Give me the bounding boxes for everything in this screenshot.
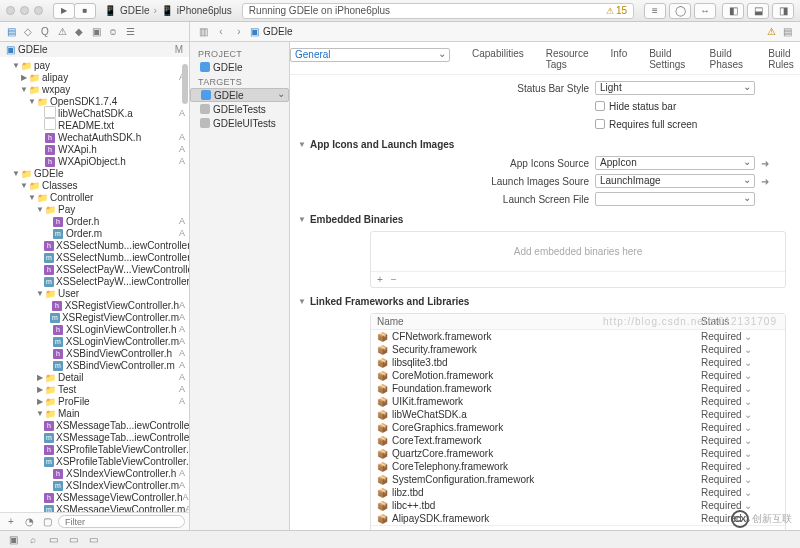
project-item[interactable]: GDEle (190, 60, 289, 74)
tree-item[interactable]: ▼GDEle (0, 167, 189, 179)
tree-item[interactable]: ▶DetailA (0, 371, 189, 383)
tab-general[interactable]: General (290, 48, 450, 62)
tree-item[interactable]: XSMessageTab...iewController.hA (0, 419, 189, 431)
launch-file-select[interactable] (595, 192, 755, 206)
target-item[interactable]: GDEle (190, 88, 289, 102)
section-linked[interactable]: Linked Frameworks and Libraries (290, 290, 800, 311)
symbol-navigator-icon[interactable]: ◇ (21, 25, 35, 39)
tree-item[interactable]: ▶alipayA (0, 71, 189, 83)
tree-item[interactable]: XSIndexViewController.mA (0, 479, 189, 491)
close-icon[interactable] (6, 6, 15, 15)
filter-scm-icon[interactable]: ▢ (40, 515, 54, 529)
tree-item[interactable]: XSIndexViewController.hA (0, 467, 189, 479)
status-bar-select[interactable]: Light (595, 81, 755, 95)
toggle-right-panel-icon[interactable]: ◨ (772, 3, 794, 19)
tree-item[interactable]: WXApi.hA (0, 143, 189, 155)
tree-item[interactable]: ▼Pay (0, 203, 189, 215)
framework-row[interactable]: CoreGraphics.frameworkRequired ⌄ (371, 421, 785, 434)
stop-button[interactable] (74, 3, 96, 19)
project-root[interactable]: ▣GDEle M (0, 42, 189, 57)
framework-row[interactable]: Foundation.frameworkRequired ⌄ (371, 382, 785, 395)
scheme-selector[interactable]: 📱GDEle › 📱iPhone6plus (104, 5, 232, 16)
editor-assistant-icon[interactable]: ◯ (669, 3, 691, 19)
find-navigator-icon[interactable]: Q (38, 25, 52, 39)
tree-item[interactable]: Order.hA (0, 215, 189, 227)
add-file-icon[interactable]: + (4, 515, 18, 529)
framework-row[interactable]: CoreMotion.frameworkRequired ⌄ (371, 369, 785, 382)
tree-item[interactable]: WechatAuthSDK.hA (0, 131, 189, 143)
framework-row[interactable]: QuartzCore.frameworkRequired ⌄ (371, 447, 785, 460)
hide-status-checkbox[interactable] (595, 101, 605, 111)
view-icon-2[interactable]: ▭ (66, 533, 80, 547)
launch-images-refresh-icon[interactable]: ➜ (761, 176, 769, 187)
framework-row[interactable]: SystemConfiguration.frameworkRequired ⌄ (371, 473, 785, 486)
warning-count[interactable]: 15 (606, 5, 627, 16)
tree-item[interactable]: XSSelectPayW...iewController.mA (0, 275, 189, 287)
tree-item[interactable]: ▼OpenSDK1.7.4 (0, 95, 189, 107)
tree-item[interactable]: ▼wxpay (0, 83, 189, 95)
remove-embedded-icon[interactable]: − (391, 274, 397, 285)
minimize-icon[interactable] (20, 6, 29, 15)
tree-item[interactable]: XSSelectNumb...iewController.hA (0, 239, 189, 251)
tree-item[interactable]: XSSelectNumb...iewController.mA (0, 251, 189, 263)
framework-row[interactable]: CFNetwork.frameworkRequired ⌄ (371, 330, 785, 343)
target-item[interactable]: GDEleUITests (190, 116, 289, 130)
tree-item[interactable]: ▼Classes (0, 179, 189, 191)
tree-item[interactable]: ▼pay (0, 59, 189, 71)
tree-item[interactable]: XSBindViewController.hA (0, 347, 189, 359)
framework-row[interactable]: CoreText.frameworkRequired ⌄ (371, 434, 785, 447)
breakpoint-navigator-icon[interactable]: ⎊ (106, 25, 120, 39)
framework-row[interactable]: CoreTelephony.frameworkRequired ⌄ (371, 460, 785, 473)
tree-item[interactable]: ▶ProFileA (0, 395, 189, 407)
tab-build-phases[interactable]: Build Phases (710, 48, 747, 70)
tree-item[interactable]: ▼Controller (0, 191, 189, 203)
related-items-icon[interactable]: ▥ (196, 25, 210, 39)
full-screen-checkbox[interactable] (595, 119, 605, 129)
jump-bar-icon[interactable]: ▤ (780, 25, 794, 39)
debug-navigator-icon[interactable]: ▣ (89, 25, 103, 39)
framework-row[interactable]: AlipaySDK.frameworkRequired ⌄ (371, 512, 785, 525)
filter-icon[interactable]: ⌕ (26, 533, 40, 547)
report-navigator-icon[interactable]: ☰ (123, 25, 137, 39)
section-app-icons[interactable]: App Icons and Launch Images (290, 133, 800, 154)
tab-build-settings[interactable]: Build Settings (649, 48, 687, 70)
tree-item[interactable]: ▼Main (0, 407, 189, 419)
framework-row[interactable]: libc++.tbdRequired ⌄ (371, 499, 785, 512)
tree-item[interactable]: ▶TestA (0, 383, 189, 395)
issue-navigator-icon[interactable]: ⚠ (55, 25, 69, 39)
add-embedded-icon[interactable]: + (377, 274, 383, 285)
framework-row[interactable]: libWeChatSDK.aRequired ⌄ (371, 408, 785, 421)
tree-item[interactable]: README.txt (0, 119, 189, 131)
tree-item[interactable]: XSProfileTableViewController.mA (0, 455, 189, 467)
test-navigator-icon[interactable]: ◆ (72, 25, 86, 39)
tab-info[interactable]: Info (611, 48, 628, 70)
forward-icon[interactable]: › (232, 25, 246, 39)
back-icon[interactable]: ‹ (214, 25, 228, 39)
tab-capabilities[interactable]: Capabilities (472, 48, 524, 70)
tree-item[interactable]: XSMessageViewController.hA (0, 491, 189, 503)
tab-resource-tags[interactable]: Resource Tags (546, 48, 589, 70)
tree-item[interactable]: XSBindViewController.mA (0, 359, 189, 371)
tree-item[interactable]: XSProfileTableViewController.hA (0, 443, 189, 455)
filter-recent-icon[interactable]: ◔ (22, 515, 36, 529)
launch-images-select[interactable]: LaunchImage (595, 174, 755, 188)
editor-warning-icon[interactable]: ⚠ (767, 26, 776, 37)
app-icons-select[interactable]: AppIcon (595, 156, 755, 170)
editor-standard-icon[interactable]: ≡ (644, 3, 666, 19)
filter-input[interactable] (58, 515, 185, 528)
toggle-debug-area-icon[interactable]: ▣ (6, 533, 20, 547)
tree-item[interactable]: XSRegistViewController.hA (0, 299, 189, 311)
tree-item[interactable]: ▼User (0, 287, 189, 299)
tree-item[interactable]: libWeChatSDK.aA (0, 107, 189, 119)
framework-row[interactable]: UIKit.frameworkRequired ⌄ (371, 395, 785, 408)
toggle-left-panel-icon[interactable]: ◧ (722, 3, 744, 19)
framework-row[interactable]: libz.tbdRequired ⌄ (371, 486, 785, 499)
breadcrumb[interactable]: GDEle (263, 26, 292, 37)
scrollbar[interactable] (182, 64, 188, 104)
framework-row[interactable]: libsqlite3.tbdRequired ⌄ (371, 356, 785, 369)
tree-item[interactable]: XSLoginViewController.hA (0, 323, 189, 335)
project-navigator-icon[interactable]: ▤ (4, 25, 18, 39)
editor-version-icon[interactable]: ↔ (694, 3, 716, 19)
target-item[interactable]: GDEleTests (190, 102, 289, 116)
framework-row[interactable]: Security.frameworkRequired ⌄ (371, 343, 785, 356)
